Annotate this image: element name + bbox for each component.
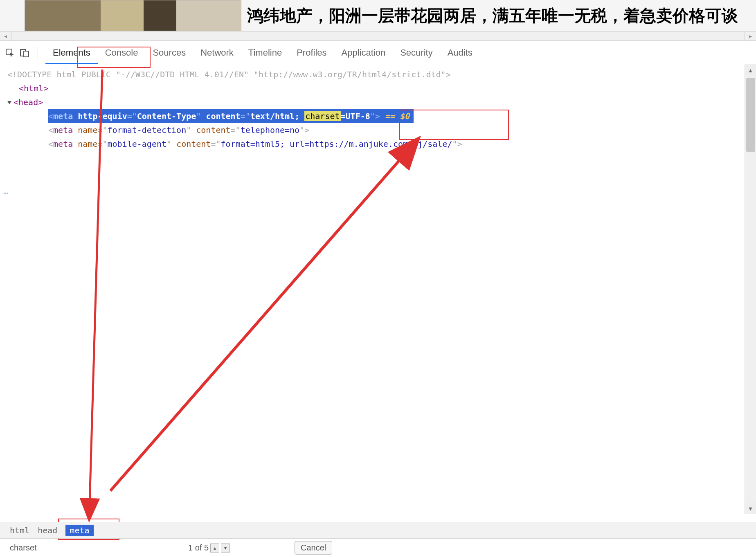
scroll-up-icon[interactable]: ▴ [745, 64, 756, 76]
horizontal-scrollbar[interactable]: ◂ ▸ [0, 31, 756, 41]
code-line[interactable]: <head> [7, 95, 756, 109]
inspect-icon[interactable] [4, 47, 16, 58]
tab-elements[interactable]: Elements [45, 41, 98, 64]
tab-timeline[interactable]: Timeline [241, 41, 289, 64]
toolbar-divider [38, 47, 38, 59]
code-line[interactable]: <html> [7, 81, 756, 95]
crumb-html[interactable]: html [10, 526, 29, 535]
page-top-strip: 鸿纬地产，阳洲一层带花园两居，满五年唯一无税，着急卖价格可谈 [0, 0, 756, 31]
search-prev-icon[interactable]: ▴ [210, 544, 219, 553]
search-next-icon[interactable]: ▾ [221, 544, 230, 553]
code-line[interactable]: <meta name="mobile-agent" content="forma… [7, 137, 756, 151]
device-toggle-icon[interactable] [19, 47, 30, 58]
devtools-panel: ElementsConsoleSourcesNetworkTimelinePro… [0, 41, 756, 514]
scroll-left-icon[interactable]: ◂ [0, 31, 11, 40]
tab-audits[interactable]: Audits [440, 41, 480, 64]
elements-code-panel[interactable]: ⋯ <!DOCTYPE html PUBLIC "-//W3C//DTD HTM… [0, 64, 756, 514]
svg-rect-2 [24, 51, 29, 57]
vertical-scrollbar[interactable]: ▴ ▾ [745, 64, 756, 514]
tab-security[interactable]: Security [393, 41, 440, 64]
dom-breadcrumbs: html head meta [0, 522, 756, 538]
search-count: 1 of 5 [188, 543, 209, 553]
listing-headline: 鸿纬地产，阳洲一层带花园两居，满五年唯一无税，着急卖价格可谈 [247, 4, 738, 27]
tab-console[interactable]: Console [98, 41, 146, 64]
scrollbar-thumb[interactable] [746, 78, 755, 152]
tab-application[interactable]: Application [334, 41, 393, 64]
crumb-head[interactable]: head [38, 526, 57, 535]
crumb-meta[interactable]: meta [65, 525, 93, 536]
cancel-button[interactable]: Cancel [295, 541, 332, 555]
search-term-label: charset [10, 543, 37, 553]
code-line[interactable]: <!DOCTYPE html PUBLIC "-//W3C//DTD HTML … [7, 67, 756, 81]
code-line[interactable]: <meta http-equiv="Content-Type" content=… [7, 109, 756, 123]
devtools-search-bar: charset 1 of 5 ▴ ▾ Cancel [0, 538, 756, 557]
scroll-right-icon[interactable]: ▸ [745, 31, 756, 40]
tab-network[interactable]: Network [193, 41, 241, 64]
tab-profiles[interactable]: Profiles [289, 41, 334, 64]
code-line[interactable]: <meta name="format-detection" content="t… [7, 123, 756, 137]
selected-line-actions-icon[interactable]: ⋯ [0, 186, 12, 200]
scroll-down-icon[interactable]: ▾ [745, 503, 756, 514]
devtools-toolbar: ElementsConsoleSourcesNetworkTimelinePro… [0, 41, 756, 64]
listing-thumbnail [25, 0, 241, 31]
tab-sources[interactable]: Sources [145, 41, 193, 64]
